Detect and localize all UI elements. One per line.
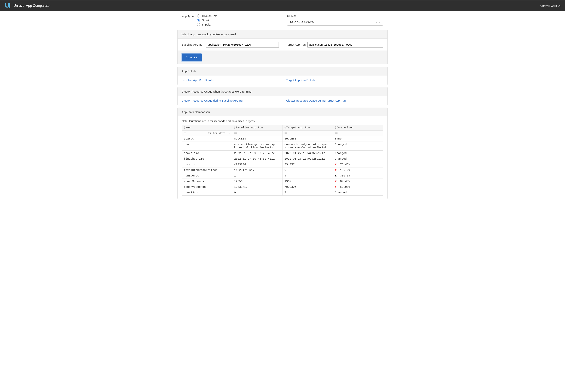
table-row: statusSUCCESSSUCCESSSame bbox=[182, 136, 383, 142]
cluster-select[interactable]: PG-CDH-SAAS-CM × ▼ bbox=[287, 19, 383, 26]
app-details-heading: App Details bbox=[178, 67, 387, 75]
app-type-radio[interactable] bbox=[197, 19, 200, 22]
sort-icon[interactable] bbox=[234, 126, 235, 129]
filter-key-input[interactable] bbox=[188, 132, 230, 135]
sort-icon[interactable] bbox=[335, 126, 336, 129]
col-comparison[interactable]: Comparison bbox=[333, 125, 383, 131]
baseline-run-input[interactable] bbox=[206, 42, 279, 47]
baseline-cluster-usage-link[interactable]: Cluster Resource Usage during Baseline A… bbox=[182, 99, 279, 102]
target-cluster-usage-link[interactable]: Cluster Resource Usage during Target App… bbox=[286, 99, 383, 102]
sort-icon[interactable] bbox=[184, 126, 185, 129]
filter-icon[interactable] bbox=[285, 132, 287, 134]
clear-icon[interactable]: × bbox=[376, 21, 377, 24]
app-type-option[interactable]: Hive on Tez bbox=[197, 14, 217, 17]
arrow-down-icon: ▼ bbox=[335, 185, 337, 189]
target-details-link[interactable]: Target App Run Details bbox=[286, 79, 383, 82]
table-row: namecom.workloadgenerator.spark.test.Wor… bbox=[182, 142, 383, 151]
compare-button[interactable]: Compare bbox=[182, 54, 202, 61]
target-run-input[interactable] bbox=[307, 42, 383, 47]
app-type-option-label: Impala bbox=[202, 23, 210, 26]
app-title: Unravel App Comparator bbox=[14, 4, 51, 8]
arrow-down-icon: ▼ bbox=[335, 168, 337, 172]
col-key[interactable]: Key bbox=[182, 125, 232, 131]
col-baseline[interactable]: Baseline App Run bbox=[232, 125, 282, 131]
arrow-down-icon: ▼ bbox=[335, 163, 337, 166]
unravel-logo-icon bbox=[4, 2, 11, 9]
cluster-value: PG-CDH-SAAS-CM bbox=[289, 21, 314, 24]
app-type-option[interactable]: Spark bbox=[197, 19, 217, 22]
filter-icon[interactable] bbox=[184, 132, 186, 134]
stats-heading: App Stats Comparison bbox=[178, 108, 387, 116]
cluster-label: Cluster bbox=[287, 14, 383, 17]
table-row: startTime2022-01-27T09:33:28.467Z2022-01… bbox=[182, 151, 383, 156]
filter-icon[interactable] bbox=[335, 132, 337, 134]
baseline-details-link[interactable]: Baseline App Run Details bbox=[182, 79, 279, 82]
cluster-usage-heading: Cluster Resource Usage when these apps w… bbox=[178, 87, 387, 96]
app-type-radio[interactable] bbox=[197, 14, 200, 17]
table-row: numMRJobs07Changed bbox=[182, 190, 383, 196]
stats-table: Key Baseline App Run Target App Run Comp… bbox=[182, 125, 383, 196]
target-run-label: Target App Run bbox=[286, 43, 306, 46]
baseline-run-label: Baseline App Run bbox=[182, 43, 204, 46]
col-target[interactable]: Target App Run bbox=[282, 125, 333, 131]
table-row: vcoreSeconds126501967▼ 84.45% bbox=[182, 179, 383, 184]
arrow-up-icon: ▲ bbox=[335, 174, 337, 177]
app-type-option-label: Hive on Tez bbox=[202, 14, 217, 17]
filter-icon[interactable] bbox=[234, 132, 237, 134]
app-type-radio[interactable] bbox=[197, 23, 200, 26]
table-row: totalDfsBytesWritten1122817125170▼ 100.0… bbox=[182, 168, 383, 173]
sort-icon[interactable] bbox=[285, 126, 286, 129]
unravel-core-ui-link[interactable]: Unravel Core UI bbox=[540, 4, 561, 7]
table-row: numEvents14▲ 300.0% bbox=[182, 173, 383, 179]
table-row: duration4223994994957▼ 76.45% bbox=[182, 162, 383, 168]
table-row: finishedTime2022-01-27T10:43:52.461Z2022… bbox=[182, 156, 383, 162]
app-type-option-label: Spark bbox=[202, 19, 209, 22]
table-row: memorySeconds194324177000305▼ 63.98% bbox=[182, 184, 383, 190]
arrow-down-icon: ▼ bbox=[335, 180, 337, 183]
compare-heading: Which app runs would you like to compare… bbox=[178, 30, 387, 39]
app-type-option[interactable]: Impala bbox=[197, 23, 217, 26]
chevron-down-icon[interactable]: ▼ bbox=[379, 21, 381, 23]
stats-note: Note: Durations are in milliseconds and … bbox=[182, 119, 383, 123]
app-type-label: App Type: bbox=[182, 14, 194, 27]
